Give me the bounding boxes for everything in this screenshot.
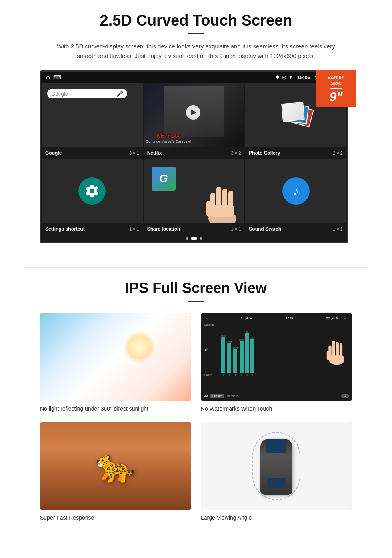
google-grid: 3 × 1 — [129, 151, 139, 155]
netflix-app-name: Netflix — [147, 150, 162, 156]
amp-bottom-bar: ◀◀ Custom loudness ● — [204, 394, 349, 398]
feature-label-cheetah: Super Fast Response — [40, 514, 94, 521]
car-visual — [201, 422, 352, 510]
hand-touch-icon — [326, 335, 348, 365]
status-bar: ⌂ ⌨ ✱ ◎ ▼ 15:06 📷 🔊 ⊠ ▭ — [41, 72, 347, 83]
label-google: Google 3 × 1 — [41, 149, 143, 157]
badge-line — [330, 88, 342, 89]
app-cell-sound-search[interactable]: ♪ — [245, 159, 347, 223]
feature-item-cheetah: 🐆 Super Fast Response — [40, 422, 191, 521]
label-settings: Settings shortcut 1 × 1 — [41, 225, 143, 233]
eq-bar-6 — [250, 339, 254, 373]
share-location-grid: 1 × 1 — [231, 227, 241, 231]
device-mockup: Screen Size 9" ⌂ ⌨ ✱ ◎ ▼ 15:06 📷 🔊 ⊠ — [40, 70, 352, 243]
photo-stack-front — [281, 102, 305, 122]
google-app-name: Google — [45, 150, 62, 156]
section-ips-full-screen: IPS Full Screen View No light reflecting… — [0, 280, 392, 533]
music-note-icon: ♪ — [282, 177, 310, 205]
cheetah-visual: 🐆 — [40, 422, 191, 510]
settings-grid: 1 × 1 — [129, 227, 139, 231]
dot-3 — [200, 237, 202, 240]
eq-freq-500: 500hz — [239, 339, 244, 341]
feature-item-amplifier: ⌂ Amplifier 17:33 📷 🔊 ⊠ ▭ → Balance 🔊 Fa… — [201, 313, 352, 412]
status-time: 15:06 — [297, 74, 310, 80]
sun-flare — [123, 331, 155, 363]
home-icon[interactable]: ⌂ — [46, 74, 50, 81]
android-screen: ⌂ ⌨ ✱ ◎ ▼ 15:06 📷 🔊 ⊠ ▭ — [40, 70, 348, 243]
mic-icon[interactable]: 🎤 — [116, 90, 123, 97]
label-netflix: Netflix 3 × 2 — [143, 149, 245, 157]
netflix-brand: NETFLIX — [157, 132, 180, 139]
eq-freq-200: 200hz — [232, 347, 238, 349]
amp-time: 17:33 — [286, 317, 294, 320]
amp-status-bar: ⌂ Amplifier 17:33 📷 🔊 ⊠ ▭ → — [204, 317, 348, 320]
amp-title: Amplifier — [240, 317, 253, 320]
feature-label-car: Large Viewing Angle — [201, 514, 252, 521]
label-sound-search: Sound Search 1 × 1 — [245, 225, 347, 233]
sunlight-visual — [40, 313, 191, 401]
badge-size: 9" — [330, 90, 343, 104]
badge-title: Screen Size — [322, 74, 350, 86]
eq-bar-4 — [240, 341, 244, 373]
eq-bar-2 — [227, 343, 231, 373]
dot-2-active — [191, 237, 197, 240]
photo-stack — [280, 99, 312, 131]
app-cell-google[interactable]: Google 🎤 — [41, 83, 143, 147]
eq-val-1: 3 — [223, 374, 224, 376]
google-logo: Google — [51, 91, 68, 97]
eq-freq-60: 60hz — [221, 335, 226, 337]
app-cell-settings[interactable] — [41, 159, 143, 223]
car-top-view — [256, 434, 296, 498]
status-left-icons: ⌂ ⌨ — [46, 74, 61, 81]
section2-underline — [188, 301, 204, 302]
amp-loudness-label: loudness — [227, 395, 339, 397]
eq-val-4: 0 — [241, 374, 242, 376]
svg-rect-13 — [329, 355, 344, 362]
dot-1 — [186, 237, 188, 240]
section-divider — [24, 267, 368, 268]
eq-val-6: -3 — [251, 374, 252, 376]
app-cell-netflix[interactable]: NETFLIX Continue Marvel's Daredevil — [143, 83, 245, 147]
netflix-subtitle: Continue Marvel's Daredevil — [146, 139, 191, 143]
settings-icon-circle — [78, 177, 106, 205]
svg-rect-6 — [210, 205, 234, 217]
amp-custom-btn[interactable]: Custom — [210, 394, 224, 398]
usb-icon: ⌨ — [53, 74, 61, 80]
feature-item-sunlight: No light reflecting under 360° direct su… — [40, 313, 191, 412]
eq-bar-1 — [221, 337, 225, 373]
app-grid-top: Google 🎤 NETFLIX Continue Mar — [41, 83, 347, 147]
app-labels-bottom: Settings shortcut 1 × 1 Share location 1… — [41, 223, 347, 235]
section-curved-touch-screen: 2.5D Curved Touch Screen With 2.5D curve… — [0, 0, 392, 251]
label-photo-gallery: Photo Gallery 2 × 2 — [245, 149, 347, 157]
location-icon: ◎ — [282, 74, 286, 80]
car-rear-window — [268, 478, 286, 488]
feature-image-cheetah: 🐆 — [40, 422, 191, 510]
amp-icons: 📷 🔊 ⊠ ▭ → — [326, 317, 347, 320]
play-triangle-icon — [191, 109, 196, 116]
feature-item-car: Large Viewing Angle — [201, 422, 352, 521]
google-search-bar[interactable]: Google 🎤 — [47, 89, 127, 98]
bluetooth-icon: ✱ — [276, 74, 280, 80]
gear-icon — [84, 183, 100, 199]
eq-freq-1k: 1k — [246, 331, 248, 333]
car-windshield — [266, 439, 286, 453]
feature-label-amplifier: No Watermarks When Touch — [201, 405, 272, 412]
section1-underline — [188, 33, 204, 34]
eq-freq-100: 100hz — [226, 341, 232, 343]
app-cell-share-location[interactable]: G — [143, 159, 245, 223]
netflix-background: NETFLIX Continue Marvel's Daredevil — [144, 83, 245, 147]
sound-search-app-name: Sound Search — [249, 226, 281, 232]
amp-loudness-toggle[interactable]: ● — [341, 394, 349, 398]
netflix-label: NETFLIX Continue Marvel's Daredevil — [146, 132, 191, 143]
feature-image-amplifier: ⌂ Amplifier 17:33 📷 🔊 ⊠ ▭ → Balance 🔊 Fa… — [201, 313, 352, 401]
play-button[interactable] — [186, 105, 200, 120]
amp-label-fader: Fader — [204, 373, 220, 376]
flower-image — [282, 103, 304, 121]
hand-pointing-icon — [194, 167, 245, 223]
section1-title: 2.5D Curved Touch Screen — [24, 12, 368, 29]
screen-size-badge: Screen Size 9" — [316, 70, 356, 107]
eq-val-3: 1 — [235, 374, 236, 376]
label-share-location: Share location 1 × 1 — [143, 225, 245, 233]
eq-val-2: 4 — [228, 374, 230, 376]
car-body — [260, 439, 292, 495]
